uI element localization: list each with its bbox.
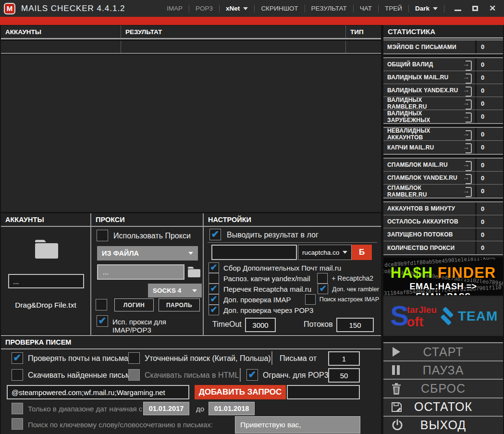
results-table-header: АККАУНТЫ РЕЗУЛЬТАТ ТИП: [1, 25, 381, 39]
maximize-button[interactable]: [467, 1, 484, 16]
table-row[interactable]: [1, 41, 381, 54]
proxy-file-field[interactable]: ...: [97, 264, 184, 280]
threads-input[interactable]: 150: [336, 318, 374, 332]
export-icon[interactable]: [463, 174, 472, 182]
menu-result[interactable]: РЕЗУЛЬТАТ: [305, 5, 353, 12]
chevron-down-icon: [188, 252, 193, 255]
accounts-file-path-field[interactable]: ...: [8, 274, 84, 288]
remainder-button[interactable]: ОСТАТОК: [383, 398, 503, 417]
query-input[interactable]: @steampowered.com;wf.mail.ru;Wargaming.n…: [7, 385, 189, 399]
imap-settings-search-label: Поиск настроек IMAP: [320, 296, 379, 303]
results-log-area[interactable]: [1, 55, 381, 212]
app-logo-icon: M: [4, 3, 15, 14]
export-icon[interactable]: [463, 161, 472, 169]
proxy-password-button[interactable]: ПАРОЛЬ: [159, 298, 200, 311]
proxy-folder-icon[interactable]: [187, 265, 201, 280]
menu-xnet[interactable]: xNet: [220, 5, 254, 12]
captcha-service-select[interactable]: rucaptcha.co: [298, 245, 352, 260]
date-to-field[interactable]: 01.01.2018: [209, 402, 255, 415]
proxy-login-button[interactable]: ЛОГИН: [114, 298, 154, 311]
stat-row: АККАУНТОВ В МИНУТУ 0: [383, 202, 503, 215]
reset-button[interactable]: СБРОС: [383, 380, 503, 398]
proxy-type-select[interactable]: SOCKS 4: [148, 284, 202, 298]
proxy-imap-pop3-checkbox[interactable]: ✔: [97, 315, 108, 327]
recaptcha2-checkbox[interactable]: ✔: [317, 273, 328, 284]
exit-button[interactable]: ВЫХОД: [383, 417, 503, 434]
option-row: ✔ Доп. проверка через POP3: [209, 305, 379, 315]
stat-value: 0: [477, 58, 503, 71]
export-icon[interactable]: [463, 130, 472, 138]
save-icon: [391, 401, 403, 413]
starjleu-logo[interactable]: S tarJleu oft: [390, 303, 437, 329]
column-accounts[interactable]: АККАУНТЫ: [1, 25, 121, 38]
captcha-key-input[interactable]: [211, 245, 297, 260]
accent-bar: [0, 17, 504, 25]
export-icon[interactable]: [463, 143, 472, 151]
theme-select[interactable]: Dark: [409, 5, 444, 12]
export-icon[interactable]: [463, 99, 472, 108]
collect-extra-mail-label: Сбор Дополнительных Почт mail.ru: [223, 264, 341, 272]
column-type[interactable]: ТИП: [346, 25, 381, 38]
stat-row: СПАМБЛОК MAIL.RU 0: [383, 159, 503, 172]
menu-screenshot[interactable]: СКРИНШОТ: [255, 5, 304, 12]
balance-button[interactable]: Б: [352, 245, 372, 260]
minimize-button[interactable]: [449, 1, 467, 16]
settings-panel: НАСТРОЙКИ ✔ Выводить результат в лог ruc…: [204, 213, 381, 335]
keyword-input[interactable]: Приветствую вас,: [235, 416, 360, 434]
pop3-check-checkbox[interactable]: ✔: [209, 305, 219, 315]
date-from-field[interactable]: 01.01.2017: [143, 402, 189, 415]
folder-icon[interactable]: [34, 237, 60, 261]
keyword-search-checkbox[interactable]: ✔: [12, 418, 23, 430]
date-range-checkbox[interactable]: ✔: [12, 403, 23, 414]
menu-chat[interactable]: ЧАТ: [354, 5, 378, 12]
proxy-auth-checkbox[interactable]: ✔: [96, 299, 107, 310]
pop3-limit-checkbox[interactable]: ✔: [246, 369, 258, 381]
chevron-down-icon: [243, 7, 248, 10]
add-query-button[interactable]: ДОБАВИТЬ ЗАПРОС: [195, 385, 286, 399]
team-logo[interactable]: TEAM: [437, 306, 498, 326]
stat-value: 0: [477, 241, 503, 254]
export-icon[interactable]: [463, 87, 472, 95]
divider: [271, 351, 272, 365]
captcha-recognize-checkbox[interactable]: ✔: [209, 273, 219, 284]
export-icon[interactable]: [463, 61, 472, 69]
imap-check-checkbox[interactable]: ✔: [209, 294, 219, 305]
refined-search-checkbox[interactable]: ✔: [128, 352, 140, 364]
close-button[interactable]: ✕: [484, 1, 501, 16]
query-secondary-input[interactable]: [287, 385, 360, 399]
log-output-checkbox[interactable]: ✔: [209, 229, 221, 240]
download-letters-checkbox[interactable]: ✔: [12, 369, 23, 381]
menu-pop3[interactable]: POP3: [189, 5, 219, 12]
export-icon[interactable]: [463, 187, 472, 195]
export-icon[interactable]: [463, 74, 472, 82]
letters-from-input[interactable]: 1: [328, 351, 360, 366]
stat-row: КОЛИЧЕСТВО ПРОКСИ 0: [383, 241, 503, 254]
export-icon[interactable]: [463, 112, 472, 121]
stat-value: 0: [477, 215, 503, 228]
power-icon: [391, 419, 404, 432]
logos-area: S tarJleu oft TEAM: [383, 296, 503, 336]
stat-row: ВАЛИДНЫХ RAMBLER.RU 0: [383, 97, 503, 110]
stat-value: 0: [477, 40, 503, 53]
imap-settings-search-checkbox[interactable]: ✔: [305, 294, 316, 305]
hash-finder-subtitle: EMAL:HASH => EMAIL:PASS: [383, 282, 503, 295]
imap-check-label: Доп. проверка IMAP: [223, 296, 291, 304]
hash-finder-banner[interactable]: dce89b9fd1f80ab5be45901e1e1811:kone 8co8…: [383, 258, 503, 295]
pop3-limit-input[interactable]: 50: [328, 368, 360, 383]
download-html-checkbox[interactable]: ✔: [128, 369, 140, 381]
menu-imap[interactable]: IMAP: [160, 5, 189, 12]
rambler-check-checkbox[interactable]: ✔: [318, 284, 328, 294]
start-button[interactable]: СТАРТ: [383, 343, 503, 361]
menu-tray[interactable]: ТРЕЙ: [379, 5, 408, 12]
proxy-source-select[interactable]: ИЗ ФАЙЛА: [97, 246, 198, 260]
recheck-recaptcha-checkbox[interactable]: ✔: [209, 284, 219, 294]
stat-value: 0: [477, 202, 503, 215]
check-mail-checkbox[interactable]: ✔: [12, 352, 23, 364]
settings-panel-title: НАСТРОЙКИ: [204, 213, 381, 227]
use-proxy-checkbox[interactable]: ✔: [97, 230, 108, 241]
collect-extra-mail-checkbox[interactable]: ✔: [209, 262, 219, 273]
stat-value: 0: [477, 128, 503, 140]
column-result[interactable]: РЕЗУЛЬТАТ: [121, 25, 346, 38]
timeout-input[interactable]: 3000: [245, 318, 276, 332]
pause-button[interactable]: ПАУЗА: [383, 361, 503, 380]
